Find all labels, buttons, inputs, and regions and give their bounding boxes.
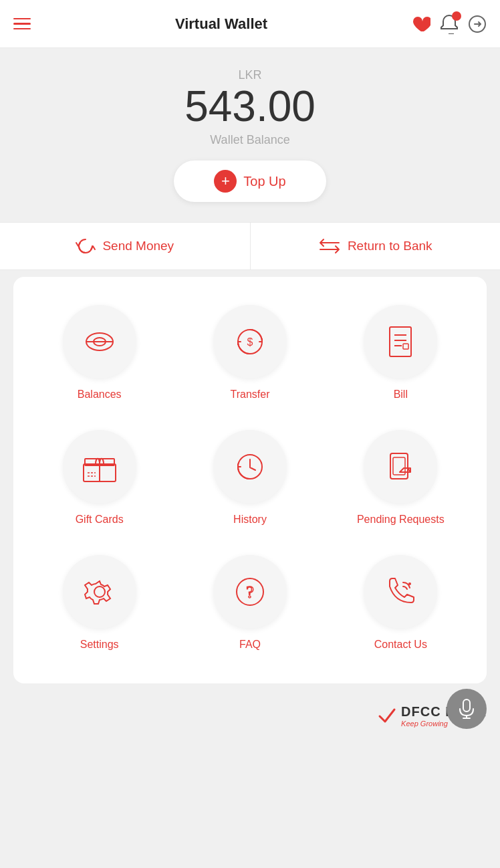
return-to-bank-icon — [318, 238, 341, 254]
svg-text:$: $ — [247, 336, 253, 348]
balances-label: Balances — [78, 388, 122, 402]
topup-plus-icon: + — [214, 170, 237, 193]
send-money-icon — [76, 236, 96, 256]
svg-rect-10 — [403, 344, 408, 349]
history-label: History — [233, 513, 267, 527]
page-title: Virtual Wallet — [175, 15, 267, 33]
return-to-bank-button[interactable]: Return to Bank — [251, 223, 501, 269]
grid-item-faq[interactable]: ? FAQ — [174, 543, 325, 668]
pending-requests-label: Pending Requests — [357, 513, 445, 527]
notification-badge — [452, 11, 461, 21]
gift-cards-icon — [81, 449, 118, 484]
contact-us-label: Contact Us — [374, 638, 427, 652]
transfer-label: Transfer — [231, 388, 270, 402]
grid-item-history[interactable]: History — [174, 418, 325, 543]
grid-item-pending-requests[interactable]: Pending Requests — [326, 418, 476, 543]
contact-us-icon — [383, 574, 418, 609]
balance-section: LKR 543.00 Wallet Balance + Top Up — [0, 48, 500, 215]
transfer-icon: $ — [233, 324, 267, 359]
bill-label: Bill — [394, 388, 408, 402]
dfcc-checkmark-icon — [377, 707, 397, 726]
pending-requests-icon-circle — [364, 430, 437, 504]
send-money-label: Send Money — [102, 239, 174, 253]
contact-us-icon-circle — [364, 555, 437, 629]
grid-item-settings[interactable]: Settings — [24, 543, 174, 668]
pending-requests-icon — [385, 449, 416, 484]
history-icon — [233, 450, 267, 483]
transfer-icon-circle: $ — [213, 305, 287, 378]
footer: DFCC BANK Keep Growing — [0, 690, 500, 748]
grid-item-contact-us[interactable]: Contact Us — [326, 543, 476, 668]
grid-section: Balances $ Transfer — [13, 277, 487, 683]
topup-button[interactable]: + Top Up — [174, 160, 326, 202]
settings-label: Settings — [80, 638, 119, 652]
voice-input-button[interactable] — [447, 689, 487, 729]
hamburger-icon — [13, 18, 31, 30]
gift-cards-icon-circle — [63, 430, 136, 504]
settings-icon — [82, 574, 117, 609]
menu-button[interactable] — [13, 18, 31, 30]
favorites-button[interactable] — [412, 15, 430, 33]
mic-icon — [457, 698, 476, 720]
svg-rect-24 — [463, 699, 470, 712]
svg-point-23 — [408, 582, 411, 585]
logout-button[interactable] — [468, 15, 487, 33]
gift-cards-label: Gift Cards — [76, 513, 124, 527]
action-row: Send Money Return to Bank — [0, 222, 500, 270]
topup-label: Top Up — [243, 174, 285, 189]
bill-icon — [386, 324, 415, 359]
header-icons — [412, 14, 487, 34]
balance-label: Wallet Balance — [13, 133, 487, 147]
history-icon-circle — [213, 430, 287, 504]
faq-icon-circle: ? — [213, 555, 287, 629]
return-to-bank-label: Return to Bank — [348, 239, 432, 253]
faq-label: FAQ — [239, 638, 261, 652]
svg-point-20 — [94, 586, 105, 597]
balances-icon-circle — [63, 305, 136, 378]
bill-icon-circle — [364, 305, 437, 378]
currency-label: LKR — [13, 68, 487, 82]
notifications-button[interactable] — [440, 14, 459, 34]
logout-icon — [468, 15, 487, 33]
settings-icon-circle — [63, 555, 136, 629]
menu-grid: Balances $ Transfer — [24, 293, 476, 667]
header-left — [13, 18, 31, 30]
grid-item-gift-cards[interactable]: Gift Cards — [24, 418, 174, 543]
grid-item-transfer[interactable]: $ Transfer — [174, 293, 325, 418]
svg-text:?: ? — [246, 582, 254, 602]
svg-rect-6 — [390, 327, 411, 356]
balance-amount: 543.00 — [13, 85, 487, 128]
header: Virtual Wallet — [0, 0, 500, 48]
send-money-button[interactable]: Send Money — [0, 223, 251, 269]
heart-icon — [412, 15, 430, 33]
grid-item-bill[interactable]: Bill — [326, 293, 476, 418]
faq-icon: ? — [233, 574, 267, 609]
balances-icon — [82, 329, 117, 354]
grid-item-balances[interactable]: Balances — [24, 293, 174, 418]
